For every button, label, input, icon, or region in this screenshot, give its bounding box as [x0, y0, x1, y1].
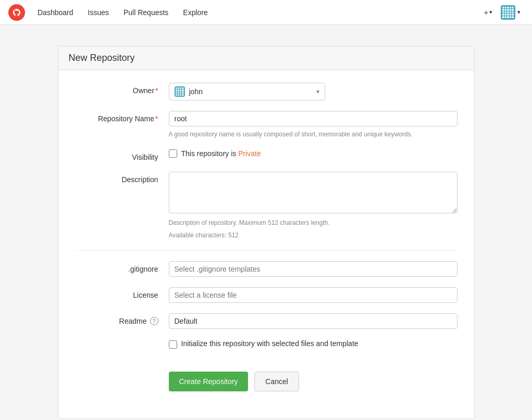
owner-select[interactable]: john ▾ [169, 83, 325, 100]
init-row: Initialize this repository with selected… [75, 339, 457, 349]
repo-name-row: Repository Name* A good repository name … [75, 111, 457, 139]
form-card: New Repository Owner* john [58, 46, 475, 419]
repo-name-hint: A good repository name is usually compos… [169, 130, 457, 139]
owner-dropdown-arrow: ▾ [316, 88, 319, 95]
avatar-dropdown-arrow: ▾ [517, 9, 521, 16]
init-checkbox-row: Initialize this repository with selected… [169, 339, 457, 349]
user-avatar-icon [501, 5, 515, 20]
readme-row: Readme ? [75, 313, 457, 329]
user-avatar-button[interactable]: ▾ [498, 3, 524, 22]
readme-label-wrapper: Readme ? [75, 313, 169, 325]
nav-dashboard[interactable]: Dashboard [31, 0, 80, 25]
form-title: New Repository [69, 53, 464, 63]
visibility-text[interactable]: This repository is Private [181, 149, 261, 158]
owner-row: Owner* john ▾ [75, 83, 457, 100]
description-label: Description [75, 172, 169, 184]
license-label: License [75, 287, 169, 299]
gitignore-input[interactable] [169, 261, 457, 277]
readme-input[interactable] [169, 313, 457, 329]
nav-explore[interactable]: Explore [177, 0, 214, 25]
owner-label: Owner* [75, 83, 169, 95]
nav-pull-requests[interactable]: Pull Requests [117, 0, 175, 25]
license-input[interactable] [169, 287, 457, 303]
visibility-row: Visibility This repository is Private [75, 149, 457, 161]
buttons-row: Create Repository Cancel [75, 359, 457, 391]
readme-control [169, 313, 457, 329]
visibility-checkbox-row: This repository is Private [169, 149, 457, 158]
form-card-header: New Repository [58, 46, 474, 70]
nav-issues[interactable]: Issues [82, 0, 115, 25]
form-divider [75, 250, 457, 251]
repo-name-label: Repository Name* [75, 111, 169, 123]
form-card-body: Owner* john ▾ [58, 70, 474, 418]
navbar-right: + ▾ ▾ [481, 3, 524, 22]
owner-control: john ▾ [169, 83, 457, 100]
visibility-checkbox[interactable] [169, 149, 177, 158]
create-repository-button[interactable]: Create Repository [169, 372, 249, 391]
init-control: Initialize this repository with selected… [169, 339, 457, 349]
cancel-button[interactable]: Cancel [254, 372, 299, 391]
visibility-label: Visibility [75, 149, 169, 161]
description-input[interactable] [169, 172, 457, 213]
repo-name-input[interactable] [169, 111, 457, 126]
license-row: License [75, 287, 457, 303]
description-row: Description Description of repository. M… [75, 172, 457, 240]
navbar: Dashboard Issues Pull Requests Explore +… [0, 0, 532, 25]
owner-avatar-icon [175, 86, 185, 97]
readme-help-icon[interactable]: ? [150, 317, 158, 325]
buttons-control: Create Repository Cancel [169, 359, 457, 391]
description-hint: Description of repository. Maximum 512 c… [169, 218, 457, 227]
visibility-control: This repository is Private [169, 149, 457, 158]
gitignore-label: .gitignore [75, 261, 169, 273]
action-buttons: Create Repository Cancel [169, 372, 457, 391]
gitignore-control [169, 261, 457, 277]
license-control [169, 287, 457, 303]
gitignore-row: .gitignore [75, 261, 457, 277]
page-content: New Repository Owner* john [0, 25, 532, 420]
repo-name-control: A good repository name is usually compos… [169, 111, 457, 139]
init-checkbox[interactable] [169, 340, 177, 349]
owner-value: john [189, 87, 312, 96]
plus-button[interactable]: + ▾ [481, 6, 496, 19]
readme-label-text: Readme [119, 317, 147, 325]
init-label[interactable]: Initialize this repository with selected… [181, 339, 358, 348]
brand-icon [8, 4, 25, 21]
description-chars-hint: Available characters: 512 [169, 231, 457, 240]
description-control: Description of repository. Maximum 512 c… [169, 172, 457, 240]
brand[interactable] [8, 4, 25, 21]
